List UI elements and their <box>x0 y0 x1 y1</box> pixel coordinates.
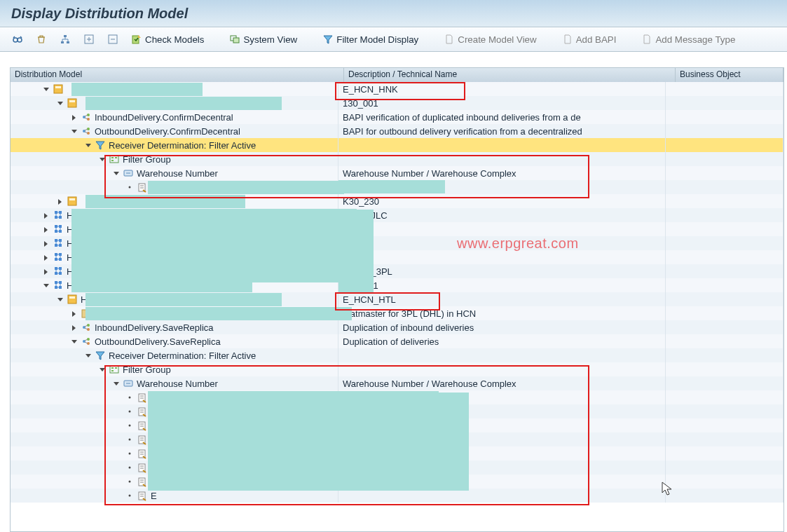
chevron-right-icon[interactable] <box>69 323 78 332</box>
svg-rect-13 <box>69 100 75 102</box>
svg-rect-50 <box>59 281 62 284</box>
chevron-down-icon[interactable] <box>55 295 64 303</box>
svg-point-0 <box>13 38 18 42</box>
chevron-right-icon[interactable] <box>41 225 50 233</box>
chevron-right-icon[interactable] <box>41 239 50 247</box>
node-label: Filter Group <box>123 154 171 165</box>
svg-point-81 <box>129 495 131 497</box>
chevron-down-icon[interactable] <box>55 99 64 107</box>
document-add-icon <box>562 34 573 45</box>
col-description[interactable]: Description / Technical Name <box>344 68 676 82</box>
tree-cell-bo <box>666 320 783 334</box>
chevron-down-icon[interactable] <box>111 169 120 177</box>
glasses-button[interactable] <box>7 31 28 48</box>
fgrp-icon <box>109 364 120 375</box>
svg-rect-53 <box>68 295 76 303</box>
redaction-mask <box>85 195 245 208</box>
tree-cell-bo <box>666 475 783 489</box>
add-bapi-button[interactable]: Add BAPI <box>557 31 622 48</box>
tree-row[interactable]: OutboundDelivery.ConfirmDecentralBAPI fo… <box>11 124 783 138</box>
tree-cell-bo <box>666 446 783 461</box>
expand-all-button[interactable] <box>78 31 100 48</box>
val-icon <box>137 434 148 445</box>
mv-icon <box>67 196 78 207</box>
tree-row[interactable]: 130_001 <box>11 96 783 110</box>
tree-row[interactable]: 3rd partyE_HCN_HNK <box>11 82 783 96</box>
tree-cell-desc: matmaster for 3PL (DHL) in HCN <box>338 306 666 320</box>
chevron-down-icon[interactable] <box>41 281 50 289</box>
leaf-bullet-icon <box>125 449 134 458</box>
tree-cell-desc: 130_001 <box>338 96 666 110</box>
col-distribution-model[interactable]: Distribution Model <box>11 68 344 82</box>
svg-rect-4 <box>67 41 69 43</box>
tree-row[interactable]: Receiver Determination: Filter Active <box>11 348 783 362</box>
tree-row[interactable]: Filter Group <box>11 152 783 166</box>
node-label: E <box>151 491 157 501</box>
leaf-bullet-icon <box>125 491 134 500</box>
chevron-right-icon[interactable] <box>41 211 50 219</box>
delete-button[interactable] <box>31 31 52 48</box>
chevron-right-icon[interactable] <box>69 113 78 121</box>
system-view-button[interactable]: System View <box>224 31 302 48</box>
svg-rect-23 <box>115 157 117 158</box>
chevron-right-icon[interactable] <box>55 197 64 205</box>
tree-row[interactable]: InboundDelivery.ConfirmDecentralBAPI ver… <box>11 110 783 124</box>
chevron-down-icon[interactable] <box>41 85 50 93</box>
chevron-down-icon[interactable] <box>69 337 78 346</box>
tree-row[interactable]: Receiver Determination: Filter Active <box>11 138 783 152</box>
mv-icon <box>67 294 78 305</box>
chevron-down-icon[interactable] <box>83 351 92 360</box>
tree-row[interactable]: InboundDelivery.SaveReplicaDuplication o… <box>11 320 783 334</box>
chevron-right-icon[interactable] <box>69 309 78 318</box>
chevron-right-icon[interactable] <box>41 267 50 275</box>
filter-model-button[interactable]: Filter Model Display <box>317 31 423 48</box>
tree-cell-bo <box>666 390 783 404</box>
check-models-button[interactable]: Check Models <box>126 31 209 48</box>
chevron-down-icon[interactable] <box>97 155 106 163</box>
svg-rect-46 <box>59 267 62 270</box>
tree-row[interactable]: K30_230 <box>11 194 783 208</box>
tree-cell-label: Filter Group <box>11 152 338 166</box>
dependent-button[interactable] <box>55 31 76 48</box>
check-models-label: Check Models <box>145 34 204 45</box>
node-label: Warehouse Number <box>137 168 218 179</box>
redaction-mask <box>338 180 445 193</box>
collapse-all-button[interactable] <box>102 31 123 48</box>
tree-cell-desc <box>338 152 666 166</box>
tree-cell-desc: E_HCN_HTL <box>338 292 666 306</box>
node-label: Receiver Determination: Filter Active <box>109 140 256 151</box>
tree-cell-desc: Duplication of deliveries <box>338 334 666 348</box>
tree-row[interactable]: Filter Group <box>11 362 783 376</box>
tree-cell-desc <box>338 138 666 152</box>
add-message-type-label: Add Message Type <box>655 34 735 45</box>
create-model-view-button[interactable]: Create Model View <box>439 31 541 48</box>
node-desc: Duplication of inbound deliveries <box>343 322 474 333</box>
tree-cell-desc: Duplication of inbound deliveries <box>338 320 666 334</box>
tree-cell-label: Filter Group <box>11 362 338 376</box>
svg-rect-22 <box>111 160 114 161</box>
node-desc: K30_230 <box>343 196 379 207</box>
leaf-bullet-icon <box>125 421 134 430</box>
svg-rect-2 <box>64 35 67 37</box>
tree-row[interactable]: Warehouse NumberWarehouse Number / Wareh… <box>11 166 783 180</box>
tree-row[interactable]: HTL WM link to China 3rd party DHLE_HCN_… <box>11 292 783 306</box>
svg-rect-41 <box>55 253 57 256</box>
chevron-down-icon[interactable] <box>97 365 106 374</box>
tree-row[interactable]: ZUS_CD20_MATMASmatmaster for 3PL (DHL) i… <box>11 306 783 320</box>
chevron-right-icon[interactable] <box>41 253 50 261</box>
tree-cell-bo <box>666 461 783 475</box>
chevron-down-icon[interactable] <box>69 127 78 135</box>
tree-row[interactable]: OutboundDelivery.SaveReplicaDuplication … <box>11 334 783 348</box>
add-message-type-button[interactable]: Add Message Type <box>636 31 740 48</box>
chevron-down-icon[interactable] <box>111 379 120 388</box>
svg-point-75 <box>129 453 131 455</box>
chevron-down-icon[interactable] <box>83 141 92 149</box>
svg-rect-29 <box>55 211 57 214</box>
tree-cell-desc <box>338 489 666 503</box>
col-business-object[interactable]: Business Object <box>676 68 783 82</box>
app-toolbar: Check Models System View Filter Model Di… <box>0 27 787 52</box>
node-desc: 130_001 <box>343 98 378 109</box>
tree-row[interactable]: Warehouse NumberWarehouse Number / Wareh… <box>11 376 783 390</box>
tree-cell-bo <box>666 96 783 110</box>
val-icon <box>137 448 148 459</box>
